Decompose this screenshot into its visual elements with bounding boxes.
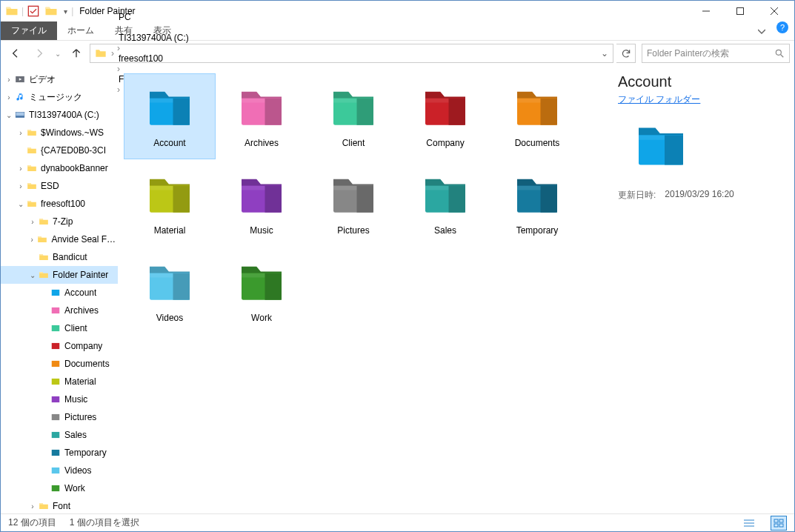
- tree-node[interactable]: Music: [1, 390, 118, 408]
- chevron-right-icon[interactable]: ›: [116, 43, 122, 53]
- tab-home[interactable]: ホーム: [57, 21, 104, 40]
- tree-expander-icon[interactable]: ›: [27, 502, 38, 511]
- folder-item[interactable]: Client: [307, 73, 399, 159]
- folder-item[interactable]: Videos: [124, 248, 216, 334]
- folder-item[interactable]: Company: [399, 73, 491, 159]
- breadcrumb-segment[interactable]: PC: [116, 12, 192, 22]
- minimize-button[interactable]: [689, 1, 723, 21]
- view-details-button[interactable]: [741, 516, 757, 531]
- tree-node[interactable]: Account: [1, 284, 118, 302]
- items-grid[interactable]: Account Archives Client Company Document…: [118, 66, 608, 513]
- folder-item[interactable]: Temporary: [491, 161, 583, 247]
- tree-node[interactable]: Material: [1, 373, 118, 390]
- tree-node-icon: [26, 127, 38, 139]
- help-icon[interactable]: ?: [776, 21, 788, 33]
- refresh-button[interactable]: [616, 44, 636, 63]
- tree-node[interactable]: ⌄freesoft100: [1, 195, 118, 213]
- address-icon: [92, 44, 110, 62]
- tree-node[interactable]: ⌄TI31397400A (C:): [1, 106, 118, 124]
- tree-node-label: Folder Painter: [53, 270, 108, 280]
- nav-forward-button[interactable]: [29, 44, 50, 63]
- tree-node[interactable]: Pictures: [1, 408, 118, 426]
- tree-node[interactable]: {CA7ED0B0-3CI: [1, 142, 118, 159]
- tree-expander-icon[interactable]: ›: [16, 182, 26, 190]
- svg-rect-17: [52, 396, 60, 402]
- tree-node[interactable]: ›ESD: [1, 177, 118, 195]
- preview-kind[interactable]: ファイル フォルダー: [618, 93, 784, 106]
- tree-expander-icon[interactable]: ›: [16, 129, 26, 137]
- tree-node[interactable]: Videos: [1, 462, 118, 479]
- tree-expander-icon[interactable]: ›: [16, 164, 26, 173]
- nav-recent-dropdown[interactable]: ⌄: [53, 44, 63, 63]
- tree-node[interactable]: ›7-Zip: [1, 213, 118, 230]
- folder-item[interactable]: Archives: [216, 73, 307, 159]
- tree-node-label: Pictures: [64, 412, 96, 422]
- tree-node-label: Material: [64, 376, 96, 387]
- address-dropdown-icon[interactable]: ⌄: [596, 44, 611, 62]
- folder-item[interactable]: Work: [216, 248, 307, 334]
- tree-expander-icon[interactable]: ⌄: [27, 271, 38, 279]
- folder-icon: [235, 167, 288, 221]
- preview-meta-key: 更新日時:: [618, 189, 656, 202]
- tree-node[interactable]: Documents: [1, 355, 118, 373]
- tree-expander-icon[interactable]: ⌄: [16, 200, 26, 208]
- tree-node-label: ビデオ: [29, 73, 56, 86]
- address-bar[interactable]: › PC›TI31397400A (C:)›freesoft100›Folder…: [90, 44, 613, 63]
- folder-icon: [510, 80, 564, 133]
- folder-item[interactable]: Documents: [491, 73, 583, 159]
- tree-node[interactable]: Temporary: [1, 444, 118, 462]
- tree-node-label: Temporary: [64, 448, 107, 458]
- search-input[interactable]: [647, 48, 774, 59]
- tree-node[interactable]: ›ビデオ: [1, 70, 118, 88]
- view-icons-button[interactable]: [771, 516, 787, 531]
- breadcrumb-segment[interactable]: TI31397400A (C:): [116, 33, 192, 43]
- tree-node[interactable]: ⌄Folder Painter: [1, 266, 118, 284]
- qat-check-icon[interactable]: [25, 3, 41, 19]
- chevron-right-icon[interactable]: ›: [110, 48, 116, 59]
- tree-node[interactable]: Work: [1, 479, 118, 497]
- qat-folder2-icon[interactable]: [43, 3, 59, 19]
- tree-node[interactable]: ›Font: [1, 497, 118, 513]
- tree-node-icon: [26, 144, 38, 156]
- search-box[interactable]: [642, 44, 790, 63]
- status-bar: 12 個の項目 1 個の項目を選択: [1, 513, 794, 531]
- qat-divider2: |: [71, 6, 73, 16]
- folder-item[interactable]: Account: [124, 73, 216, 159]
- tree-expander-icon[interactable]: ›: [4, 93, 14, 102]
- folder-item[interactable]: Music: [216, 161, 307, 247]
- tree-node[interactable]: ›Anvide Seal Folder: [1, 230, 118, 248]
- qat-folder-icon[interactable]: [4, 3, 20, 19]
- folder-item[interactable]: Material: [124, 161, 216, 247]
- tree-node-icon: [38, 269, 50, 281]
- tree-node-label: dynabookBanner: [41, 163, 108, 173]
- breadcrumb-segment[interactable]: freesoft100: [116, 53, 192, 64]
- tree-expander-icon[interactable]: ›: [4, 76, 14, 84]
- tab-file[interactable]: ファイル: [1, 21, 57, 40]
- tree-node[interactable]: Client: [1, 319, 118, 337]
- tree-node[interactable]: Archives: [1, 302, 118, 319]
- tree-node[interactable]: Company: [1, 337, 118, 355]
- nav-tree[interactable]: ›ビデオ›ミュージック⌄TI31397400A (C:)›$Windows.~W…: [1, 66, 118, 513]
- maximize-button[interactable]: [723, 1, 757, 21]
- tree-node-label: {CA7ED0B0-3CI: [41, 145, 106, 156]
- tree-node[interactable]: ›ミュージック: [1, 88, 118, 106]
- tree-node-icon: [14, 109, 26, 121]
- folder-icon: [143, 80, 196, 133]
- tree-node[interactable]: Sales: [1, 426, 118, 444]
- tree-node[interactable]: ›$Windows.~WS: [1, 124, 118, 142]
- nav-up-button[interactable]: [66, 44, 87, 63]
- folder-item[interactable]: Sales: [399, 161, 491, 247]
- tree-expander-icon[interactable]: ›: [27, 218, 38, 226]
- close-button[interactable]: [757, 1, 791, 21]
- tree-expander-icon[interactable]: ⌄: [4, 111, 14, 119]
- qat-dropdown-icon[interactable]: ▾: [61, 3, 70, 19]
- tree-node[interactable]: Bandicut: [1, 248, 118, 266]
- ribbon-expand-icon[interactable]: [747, 21, 776, 40]
- folder-item[interactable]: Pictures: [307, 161, 399, 247]
- tree-expander-icon[interactable]: ›: [27, 236, 36, 244]
- tree-node-icon: [38, 251, 50, 263]
- folder-label: Sales: [434, 225, 456, 236]
- chevron-right-icon[interactable]: ›: [116, 22, 122, 33]
- tree-node[interactable]: ›dynabookBanner: [1, 159, 118, 177]
- nav-back-button[interactable]: [5, 44, 26, 63]
